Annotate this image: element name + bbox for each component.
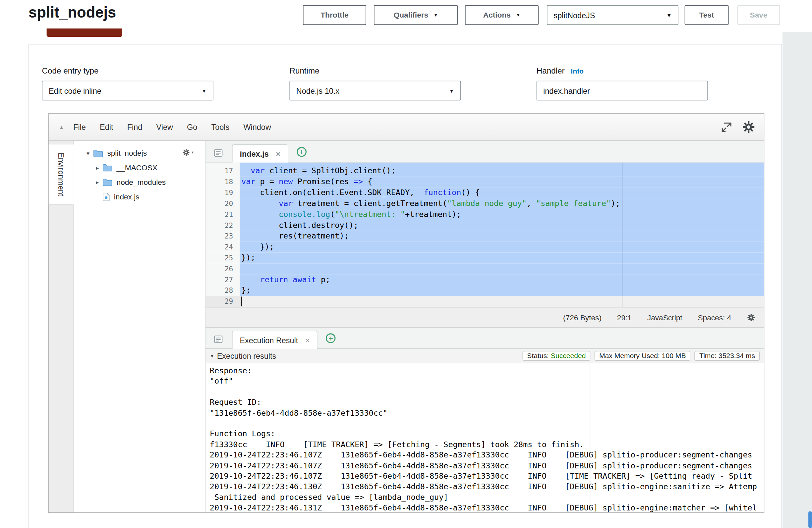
badge-value: 100 MB — [662, 352, 686, 360]
new-tab-icon[interactable]: + — [296, 147, 307, 157]
print-margin-line — [622, 163, 623, 308]
tree-item-label: node_modules — [117, 178, 166, 187]
menu-item-file[interactable]: File — [73, 122, 86, 132]
collapse-menubar-icon[interactable]: ▴ — [60, 123, 63, 130]
alias-select[interactable]: splitNodeJS ▼ — [547, 5, 679, 25]
code-line: 18var p = new Promise(res => { — [205, 177, 764, 188]
runtime-select[interactable]: Node.js 10.x ▼ — [289, 81, 461, 100]
editor-tabbar: index.js × + — [205, 141, 764, 163]
result-badges: Status: SucceededMax Memory Used: 100 MB… — [522, 351, 760, 361]
actions-button[interactable]: Actions ▼ — [465, 5, 539, 25]
execution-output: Response:"off"Request ID:"131e865f-6eb4-… — [205, 363, 764, 512]
line-number: 23 — [205, 231, 240, 242]
output-line — [210, 419, 764, 429]
tree-item-__macosx[interactable]: ▸__MACOSX — [74, 160, 205, 175]
folder-icon — [102, 164, 112, 171]
result-badge: Status: Succeeded — [522, 351, 590, 361]
pane-list-icon[interactable] — [214, 336, 223, 343]
print-margin-line — [590, 363, 591, 512]
lambda-console-page: split_nodejs Throttle Qualifiers ▼ Actio… — [0, 0, 812, 528]
tab-index-js-label: index.js — [240, 149, 269, 158]
tree-caret-icon[interactable]: ▸ — [93, 164, 101, 171]
tree-item-node_modules[interactable]: ▸node_modules — [74, 175, 205, 189]
folder-icon — [93, 150, 103, 157]
close-tab-icon[interactable]: × — [276, 149, 281, 158]
badge-label: Time: — [699, 352, 719, 360]
save-button[interactable]: Save — [737, 5, 780, 25]
code-line-text: var p = new Promise(res => { — [240, 177, 764, 188]
menu-items: FileEditFindViewGoToolsWindow — [73, 122, 285, 132]
handler-label: HandlerInfo — [537, 66, 584, 75]
code-line-text — [240, 296, 764, 307]
output-line: "131e865f-6eb4-4dd8-858e-a37ef13330cc" — [210, 408, 764, 419]
tree-item-index.js[interactable]: index.js — [74, 189, 205, 204]
alias-select-value: splitNodeJS — [553, 11, 595, 19]
badge-value: 3523.34 ms — [719, 352, 755, 360]
tree-item-split_nodejs[interactable]: ▾split_nodejs▾ — [74, 146, 205, 161]
qualifiers-button[interactable]: Qualifiers ▼ — [374, 5, 458, 25]
folder-icon — [102, 178, 112, 186]
language-mode-selector[interactable]: JavaScript — [647, 313, 682, 322]
badge-label: Max Memory Used: — [599, 352, 662, 360]
menu-item-go[interactable]: Go — [187, 122, 197, 132]
tree-caret-icon[interactable]: ▾ — [84, 150, 92, 156]
tree-caret-icon[interactable]: ▸ — [93, 179, 101, 186]
code-line-text: var client = SplitObj.client(); — [240, 166, 764, 177]
menu-item-view[interactable]: View — [156, 122, 173, 132]
runtime-label: Runtime — [289, 66, 319, 75]
tab-execution-result[interactable]: Execution Result × — [232, 331, 318, 349]
statusbar-gear-icon[interactable] — [747, 313, 756, 322]
code-entry-type-label: Code entry type — [42, 66, 99, 75]
code-line: 29 — [205, 296, 764, 307]
editor-column: index.js × + 17 var client = SplitObj.cl… — [205, 141, 764, 512]
caret-down-icon: ▼ — [434, 13, 438, 18]
line-number: 17 — [205, 166, 240, 177]
function-title: split_nodejs — [29, 4, 116, 21]
qualifiers-button-label: Qualifiers — [394, 11, 429, 19]
line-number: 27 — [205, 274, 240, 285]
code-line: 21 console.log("\ntreatment: "+treatment… — [205, 209, 764, 220]
throttle-button-label: Throttle — [320, 11, 348, 19]
execution-results-title[interactable]: Execution results — [217, 351, 276, 361]
fullscreen-icon[interactable] — [721, 121, 732, 132]
tree-settings-gear-icon[interactable]: ▾ — [182, 148, 193, 156]
test-button-label: Test — [699, 11, 714, 19]
runtime-value: Node.js 10.x — [296, 86, 339, 95]
output-line: 2019-10-24T22:23:46.107Z 131e865f-6eb4-4… — [210, 450, 764, 460]
code-line-text: client.destroy(); — [240, 220, 764, 231]
pane-list-icon[interactable] — [214, 149, 223, 157]
editor-settings-gear-icon[interactable] — [742, 120, 756, 134]
editor-statusbar: (726 Bytes) 29:1 JavaScript Spaces: 4 — [205, 307, 764, 327]
line-number: 20 — [205, 198, 240, 209]
line-number: 22 — [205, 220, 240, 231]
code-line: 17 var client = SplitObj.client(); — [205, 166, 764, 177]
indentation-selector[interactable]: Spaces: 4 — [698, 313, 731, 322]
page-scrollbar-thumb[interactable] — [808, 511, 812, 528]
code-line: 23 res(treatment); — [205, 231, 764, 242]
save-button-label: Save — [750, 11, 768, 19]
handler-input[interactable] — [537, 81, 708, 100]
new-tab-icon[interactable]: + — [326, 333, 336, 343]
cloud9-editor: ▴ FileEditFindViewGoToolsWindow — [48, 113, 764, 513]
menu-item-tools[interactable]: Tools — [212, 122, 230, 132]
code-line-text — [240, 263, 764, 274]
collapse-results-icon[interactable]: ▾ — [211, 353, 214, 359]
menu-item-window[interactable]: Window — [243, 122, 271, 132]
tab-index-js[interactable]: index.js × — [232, 144, 288, 163]
close-tab-icon[interactable]: × — [305, 336, 310, 344]
handler-info-link[interactable]: Info — [571, 67, 584, 75]
code-panel: Code entry type Runtime HandlerInfo Edit… — [29, 44, 782, 528]
menu-item-find[interactable]: Find — [127, 122, 143, 132]
caret-down-icon: ▼ — [667, 12, 671, 18]
code-line: 25}); — [205, 253, 764, 264]
menu-item-edit[interactable]: Edit — [100, 122, 113, 132]
test-button[interactable]: Test — [685, 5, 729, 25]
code-entry-type-select[interactable]: Edit code inline ▼ — [42, 81, 214, 100]
code-line-text: }); — [240, 242, 764, 253]
code-line-text: }); — [240, 253, 764, 264]
throttle-button[interactable]: Throttle — [303, 5, 366, 25]
clipped-element-fragment — [47, 29, 122, 37]
environment-tab[interactable]: Environment — [49, 144, 74, 205]
line-number: 26 — [205, 263, 240, 274]
code-editor[interactable]: 17 var client = SplitObj.client();18var … — [205, 163, 764, 308]
